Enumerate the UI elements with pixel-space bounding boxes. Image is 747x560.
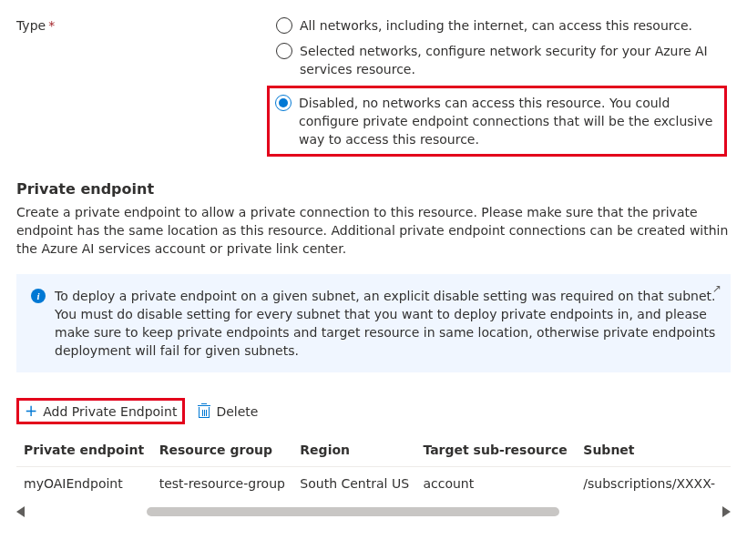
add-private-endpoint-button[interactable]: + Add Private Endpoint	[16, 398, 185, 424]
add-private-endpoint-label: Add Private Endpoint	[43, 404, 177, 419]
radio-disabled-label: Disabled, no networks can access this re…	[299, 94, 719, 148]
private-endpoint-table: Private endpoint Resource group Region T…	[16, 433, 731, 500]
radio-icon	[276, 17, 292, 34]
plus-icon: +	[25, 403, 37, 419]
scroll-right-icon[interactable]	[722, 506, 731, 517]
cell-region: South Central US	[300, 467, 423, 501]
scroll-left-icon[interactable]	[16, 506, 25, 517]
cell-private-endpoint: myOAIEndpoint	[16, 467, 159, 501]
delete-label: Delete	[216, 404, 258, 419]
info-text: To deploy a private endpoint on a given …	[55, 287, 716, 360]
external-link-icon[interactable]: ↗	[712, 280, 721, 298]
info-icon: i	[31, 289, 46, 303]
table-header-row: Private endpoint Resource group Region T…	[16, 433, 731, 467]
radio-icon-selected	[275, 95, 292, 111]
radio-selected-networks[interactable]: Selected networks, configure network sec…	[276, 42, 731, 78]
col-region[interactable]: Region	[300, 433, 423, 467]
radio-all-networks[interactable]: All networks, including the internet, ca…	[276, 16, 731, 35]
horizontal-scrollbar[interactable]	[16, 505, 731, 518]
cell-subnet: /subscriptions/XXXX-	[583, 467, 731, 501]
radio-selected-networks-label: Selected networks, configure network sec…	[300, 42, 731, 78]
radio-all-networks-label: All networks, including the internet, ca…	[300, 16, 692, 35]
info-message: i To deploy a private endpoint on a give…	[16, 274, 731, 372]
radio-disabled[interactable]: Disabled, no networks can access this re…	[275, 94, 719, 148]
cell-target-sub-resource: account	[423, 467, 583, 501]
trash-icon	[198, 404, 210, 418]
col-private-endpoint[interactable]: Private endpoint	[16, 433, 159, 467]
radio-icon	[276, 43, 292, 59]
required-asterisk: *	[48, 18, 55, 33]
delete-button[interactable]: Delete	[192, 401, 263, 423]
col-target-sub-resource[interactable]: Target sub-resource	[423, 433, 583, 467]
highlighted-selection: Disabled, no networks can access this re…	[267, 86, 727, 157]
private-endpoint-description: Create a private endpoint to allow a pri…	[16, 203, 731, 258]
table-row[interactable]: myOAIEndpoint test-resource-group South …	[16, 467, 731, 501]
col-subnet[interactable]: Subnet	[583, 433, 731, 467]
scroll-thumb[interactable]	[147, 507, 558, 516]
private-endpoint-heading: Private endpoint	[16, 180, 731, 198]
cell-resource-group: test-resource-group	[159, 467, 301, 501]
col-resource-group[interactable]: Resource group	[159, 433, 301, 467]
type-label: Type	[16, 18, 46, 33]
scroll-track[interactable]	[30, 505, 717, 518]
